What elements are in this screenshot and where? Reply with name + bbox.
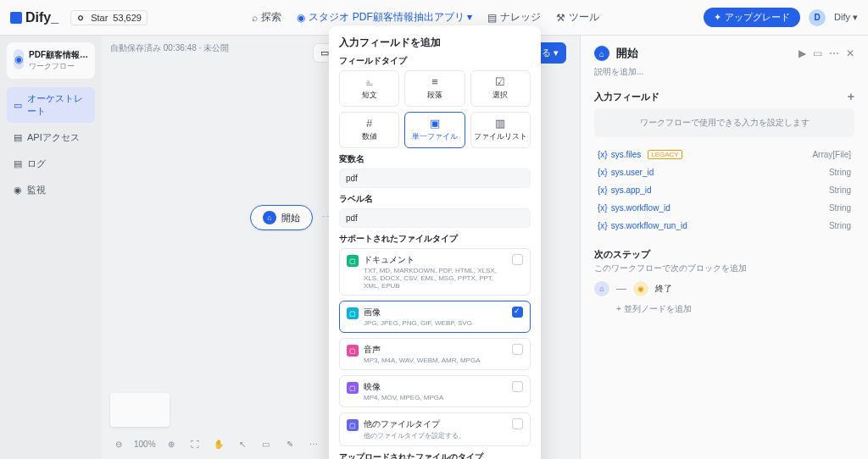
filetype-option[interactable]: ▢ドキュメントTXT, MD, MARKDOWN, PDF, HTML, XLS… [339,248,531,296]
filetype-option[interactable]: ▢画像JPG, JPEG, PNG, GIF, WEBP, SVG [339,301,531,333]
fieldtype-label: フィールドタイプ [339,55,531,67]
modal-title: 入力フィールドを追加 [339,36,531,50]
fieldtype-option[interactable]: ☑選択 [470,70,531,107]
supported-label: サポートされたファイルタイプ [339,233,531,245]
varname-label: 変数名 [339,153,531,165]
fieldtype-option[interactable]: #数値 [339,112,399,148]
filetype-option[interactable]: ▢他のファイルタイプ他のファイルタイプを設定する。 [339,412,531,446]
filetype-option[interactable]: ▢音声MP3, M4A, WAV, WEBM, AMR, MPGA [339,338,531,370]
add-field-modal: 入力フィールドを追加 フィールドタイプ ⎁短文≡段落☑選択#数値▣単一ファイル▥… [329,25,541,459]
filetype-option[interactable]: ▢映像MP4, MOV, MPEG, MPGA [339,375,531,407]
labelname-label: ラベル名 [339,193,531,205]
fieldtype-option[interactable]: ▥ファイルリスト [470,112,531,148]
fieldtype-option[interactable]: ⎁短文 [339,70,399,107]
varname-input[interactable] [339,169,531,188]
upload-label: アップロードされたファイルのタイプ [339,451,531,459]
fieldtype-option[interactable]: ≡段落 [404,70,465,107]
fieldtype-option[interactable]: ▣単一ファイル [404,112,465,148]
labelname-input[interactable] [339,208,531,228]
